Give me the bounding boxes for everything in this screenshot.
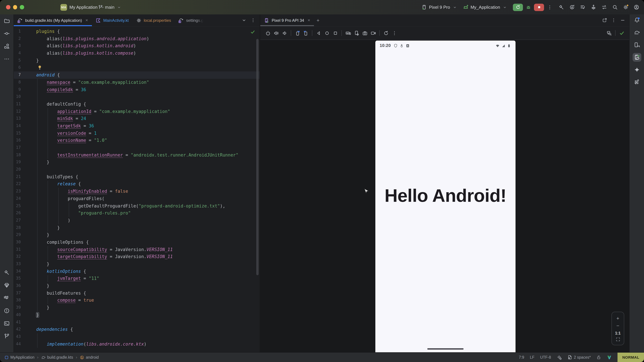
code-line[interactable]: 4 alias(libs.plugins.kotlin.compose): [14, 50, 260, 57]
line-number[interactable]: 32: [14, 253, 21, 260]
line-number[interactable]: 43: [14, 333, 21, 340]
line-number[interactable]: 1: [14, 28, 21, 35]
line-number[interactable]: 31: [14, 246, 21, 253]
device-tab[interactable]: Pixel 9 Pro API 34 ✕: [260, 14, 314, 26]
line-number[interactable]: 33: [14, 260, 21, 268]
app-quality-insights-button[interactable]: [2, 281, 11, 290]
apply-code-changes-button[interactable]: [580, 4, 586, 10]
code-line[interactable]: 10: [14, 93, 260, 100]
code-line[interactable]: 37 buildFeatures {: [14, 290, 260, 297]
gradle-tool-button[interactable]: [632, 28, 641, 37]
zoom-actual-size-button[interactable]: 1:1: [615, 331, 620, 335]
line-number[interactable]: 37: [14, 290, 21, 297]
code-line[interactable]: 27 ): [14, 217, 260, 224]
line-number[interactable]: 36: [14, 282, 21, 290]
line-number[interactable]: 28: [14, 224, 21, 231]
line-number[interactable]: 18: [14, 151, 21, 159]
caret-position-widget[interactable]: 7:9: [519, 355, 524, 359]
line-number[interactable]: 42: [14, 326, 21, 333]
line-number[interactable]: 26: [14, 210, 21, 217]
code-line[interactable]: 19 }: [14, 159, 260, 166]
code-line[interactable]: 26 "proguard-rules.pro": [14, 210, 260, 217]
notifications-button[interactable]: [632, 16, 641, 24]
code-line[interactable]: 34 kotlinOptions {: [14, 268, 260, 275]
code-line[interactable]: 21 buildTypes {: [14, 173, 260, 180]
power-button[interactable]: [264, 29, 272, 37]
code-line[interactable]: 29 }: [14, 231, 260, 239]
code-line[interactable]: 32 targetCompatibility = JavaVersion.VER…: [14, 253, 260, 260]
tab-options-button[interactable]: [250, 18, 256, 23]
running-devices-button[interactable]: [632, 53, 641, 62]
code-line[interactable]: 6: [14, 64, 260, 71]
profile-button[interactable]: [634, 4, 639, 10]
close-window-button[interactable]: [6, 5, 10, 9]
commit-tool-button[interactable]: [2, 29, 11, 38]
line-number[interactable]: 44: [14, 340, 21, 348]
line-number[interactable]: 4: [14, 50, 21, 57]
code-line[interactable]: 13 minSdk = 24: [14, 115, 260, 122]
gemini-tool-button[interactable]: [632, 65, 641, 74]
code-line[interactable]: 35 jvmTarget = "11": [14, 275, 260, 282]
apply-changes-button[interactable]: [569, 4, 575, 10]
open-in-window-button[interactable]: [602, 18, 607, 23]
line-number[interactable]: 14: [14, 122, 21, 130]
attach-debugger-button[interactable]: [591, 4, 596, 10]
line-number[interactable]: 40: [14, 311, 21, 319]
line-number[interactable]: 19: [14, 159, 21, 166]
line-number[interactable]: 7: [14, 71, 21, 79]
line-number[interactable]: 25: [14, 202, 21, 210]
run-configuration-selector[interactable]: My_Application: [463, 4, 507, 10]
line-number[interactable]: 9: [14, 86, 21, 93]
code-line[interactable]: 8 namespace = "com.example.myapplication…: [14, 79, 260, 86]
tab-list-dropdown-button[interactable]: [242, 18, 246, 23]
code-line[interactable]: 39 }: [14, 304, 260, 311]
code-editor[interactable]: 1plugins {2 alias(libs.plugins.android.a…: [14, 26, 260, 353]
screen-record-button[interactable]: [369, 29, 377, 37]
line-number[interactable]: 13: [14, 115, 21, 122]
release-assistant-button[interactable]: [632, 78, 641, 86]
intention-bulb-icon[interactable]: [37, 65, 42, 70]
code-line[interactable]: 28 }: [14, 224, 260, 231]
line-number[interactable]: 2: [14, 35, 21, 42]
zoom-out-button[interactable]: −: [612, 322, 624, 329]
editor-tab[interactable]: settings.g: [175, 14, 207, 26]
code-line[interactable]: 5}: [14, 57, 260, 64]
resource-manager-tool-button[interactable]: [2, 42, 11, 51]
screenshot-button[interactable]: [360, 29, 369, 37]
build-button[interactable]: [558, 4, 564, 10]
logcat-tool-button[interactable]: [2, 294, 11, 302]
editor-tab[interactable]: build.gradle.kts (My Application)✕: [14, 14, 92, 26]
line-number[interactable]: 24: [14, 195, 21, 202]
line-number[interactable]: 16: [14, 137, 21, 144]
volume-down-button[interactable]: [280, 29, 289, 37]
code-line[interactable]: 11 defaultConfig {: [14, 100, 260, 108]
sync-button[interactable]: [602, 4, 607, 10]
version-control-tool-button[interactable]: [2, 332, 11, 341]
editor-scrollbar[interactable]: [256, 39, 258, 275]
code-line[interactable]: 15 versionCode = 1: [14, 130, 260, 137]
emulator-more-button[interactable]: [390, 29, 398, 37]
code-line[interactable]: 14 targetSdk = 36: [14, 122, 260, 130]
build-tool-button[interactable]: [2, 268, 11, 277]
code-line[interactable]: 7android {: [14, 71, 260, 79]
line-number[interactable]: 29: [14, 231, 21, 239]
code-line[interactable]: 18 testInstrumentationRunner = "androidx…: [14, 151, 260, 159]
project-tool-button[interactable]: [2, 16, 11, 25]
ai-assistant-status-icon[interactable]: [557, 355, 562, 360]
line-number[interactable]: 5: [14, 57, 21, 64]
reset-button[interactable]: [382, 29, 390, 37]
problems-tool-button[interactable]: [2, 306, 11, 315]
encoding-widget[interactable]: UTF-8: [540, 355, 551, 359]
code-line[interactable]: 33 }: [14, 260, 260, 268]
code-line[interactable]: 41: [14, 319, 260, 326]
code-line[interactable]: 12 applicationId = "com.example.myapplic…: [14, 108, 260, 115]
line-number[interactable]: 35: [14, 275, 21, 282]
breadcrumb-item[interactable]: build.gradle.kts: [41, 355, 73, 360]
rerun-button[interactable]: [513, 3, 523, 11]
stop-button[interactable]: [534, 3, 544, 11]
back-button[interactable]: [314, 29, 323, 37]
indent-widget[interactable]: 2 spaces*: [568, 355, 591, 360]
line-number[interactable]: 17: [14, 144, 21, 151]
panel-options-button[interactable]: [611, 18, 616, 23]
code-line[interactable]: 20: [14, 166, 260, 173]
